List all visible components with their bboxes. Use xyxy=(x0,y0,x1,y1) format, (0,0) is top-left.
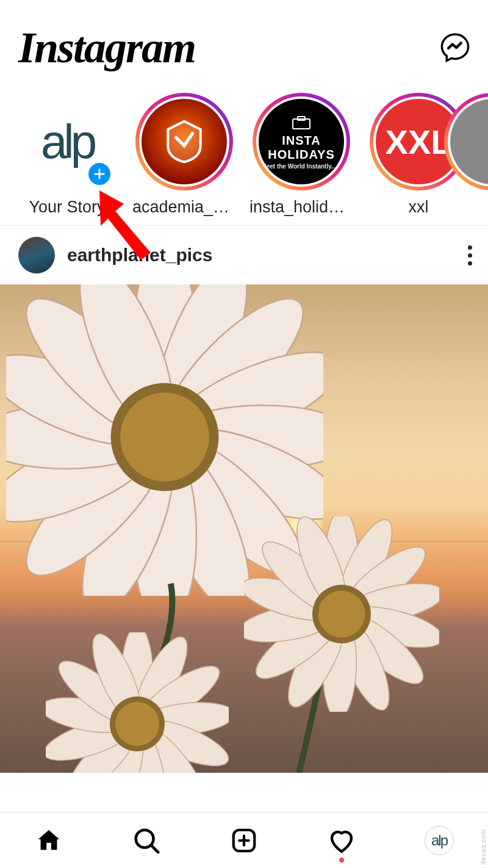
svg-point-36 xyxy=(318,591,365,638)
post-author-username[interactable]: earthplanet_pics xyxy=(67,245,212,266)
dot-icon xyxy=(468,245,472,250)
messenger-icon xyxy=(439,32,471,63)
nav-activity[interactable] xyxy=(323,822,360,859)
story-avatar-container: alp xyxy=(18,93,116,190)
watermark: www.deuaq.com xyxy=(480,829,487,868)
nav-new-post[interactable] xyxy=(226,822,262,859)
dot-icon xyxy=(468,253,472,258)
post-user-link[interactable]: earthplanet_pics xyxy=(18,237,212,273)
story-item[interactable]: academia_s… xyxy=(135,93,233,217)
bottom-nav: alp xyxy=(0,812,488,868)
story-label: Your Story xyxy=(29,198,105,217)
post-image[interactable] xyxy=(0,284,488,773)
story-item[interactable]: INSTA HOLIDAYS Meet the World Instantly.… xyxy=(253,93,350,217)
flower-decoration xyxy=(46,632,229,773)
story-avatar xyxy=(450,99,488,184)
instagram-logo[interactable]: Instagram xyxy=(18,23,195,73)
svg-point-51 xyxy=(115,702,159,746)
nav-home[interactable] xyxy=(30,822,67,859)
home-icon xyxy=(35,826,63,855)
flower-decoration xyxy=(244,516,439,712)
story-ring xyxy=(135,93,233,190)
stories-tray[interactable]: alp Your Story academia_s… INSTA HOLIDAY… xyxy=(0,90,488,226)
story-label: academia_s… xyxy=(132,198,236,217)
heart-icon xyxy=(327,826,356,855)
plus-icon xyxy=(93,167,106,181)
activity-dot-indicator xyxy=(339,858,344,863)
post-author-avatar[interactable] xyxy=(18,237,55,273)
post-header: earthplanet_pics xyxy=(0,226,488,284)
story-your-story[interactable]: alp Your Story xyxy=(18,93,116,217)
nav-profile[interactable]: alp xyxy=(421,822,458,859)
app-header: Instagram xyxy=(0,0,488,90)
post-more-button[interactable] xyxy=(468,245,472,266)
profile-avatar-icon: alp xyxy=(425,826,454,855)
story-avatar: INSTA HOLIDAYS Meet the World Instantly.… xyxy=(259,99,344,184)
search-icon xyxy=(132,826,160,855)
messenger-button[interactable] xyxy=(437,29,473,66)
dot-icon xyxy=(468,261,472,266)
nav-search[interactable] xyxy=(128,822,165,859)
story-label: xxl xyxy=(409,198,429,217)
plus-square-icon xyxy=(230,826,258,855)
story-ring: INSTA HOLIDAYS Meet the World Instantly.… xyxy=(253,93,350,190)
story-label: insta_holiday… xyxy=(249,198,353,217)
story-avatar xyxy=(142,99,227,184)
add-story-badge[interactable] xyxy=(85,160,113,188)
